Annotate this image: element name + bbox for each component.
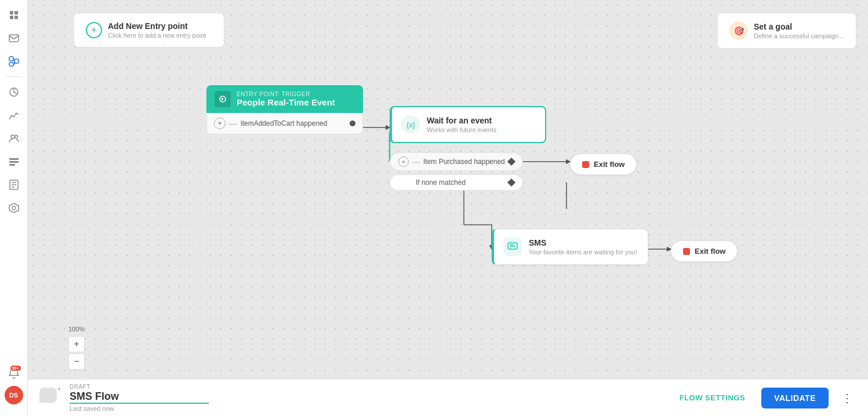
svg-rect-4 <box>9 35 19 42</box>
svg-point-9 <box>14 136 17 138</box>
logo-bubble <box>39 388 57 403</box>
sidebar-icon-integrations[interactable] <box>3 198 24 218</box>
svg-rect-5 <box>9 57 13 61</box>
exit-flow-dot-2 <box>683 248 690 255</box>
condition-text: itemAddedToCart happened <box>241 119 327 127</box>
svg-rect-3 <box>14 16 18 19</box>
wait-icon: {x} <box>401 115 420 134</box>
flow-settings-button[interactable]: FLOW SETTINGS <box>673 389 752 407</box>
sidebar-bottom: 99+ DS <box>5 367 23 411</box>
sidebar-icon-grid[interactable] <box>3 5 24 25</box>
trigger-header: ENTRY POINT: TRIGGER People Real-Time Ev… <box>206 85 363 113</box>
goal-subtitle: Define a successful campaign... <box>754 32 844 39</box>
event-cond-diamond-2 <box>507 178 515 187</box>
sidebar-divider <box>6 76 22 77</box>
svg-rect-7 <box>14 59 19 63</box>
wait-text: Wait for an event Works with future even… <box>427 116 496 133</box>
exit-flow-label-2: Exit flow <box>695 247 725 256</box>
logo-notification-dot: 99 <box>57 386 61 391</box>
entry-point-card[interactable]: + Add New Entry point Click here to add … <box>74 13 224 48</box>
svg-rect-0 <box>10 11 13 14</box>
exit-flow-node-1[interactable]: Exit flow <box>570 154 637 175</box>
wait-subtitle: Works with future events <box>427 126 496 133</box>
connector-lines <box>28 0 868 416</box>
condition-separator: — <box>229 119 237 128</box>
goal-icon: 🎯 <box>729 21 748 40</box>
svg-text:{x}: {x} <box>406 121 415 129</box>
flow-logo: 99 <box>39 388 60 408</box>
sidebar-icon-templates[interactable] <box>3 174 24 195</box>
event-cond-add-1[interactable]: + <box>398 156 409 167</box>
event-conditions: + — Item Purchased happened If none matc… <box>390 152 523 194</box>
notification-icon-wrap[interactable]: 99+ <box>9 367 19 381</box>
event-condition-row-1[interactable]: + — Item Purchased happened <box>390 152 523 171</box>
sms-node[interactable]: SMS Your favorite items are waiting for … <box>492 229 648 265</box>
flow-meta: DRAFT Last saved now <box>70 384 209 412</box>
trigger-node[interactable]: ENTRY POINT: TRIGGER People Real-Time Ev… <box>206 85 363 134</box>
bottom-bar: 99 DRAFT Last saved now FLOW SETTINGS VA… <box>28 379 868 416</box>
event-cond-text-2: If none matched <box>416 178 466 187</box>
svg-rect-6 <box>9 63 13 66</box>
svg-rect-11 <box>9 161 19 163</box>
trigger-text: ENTRY POINT: TRIGGER People Real-Time Ev… <box>237 91 335 107</box>
condition-dot <box>350 121 355 126</box>
flow-name-input[interactable] <box>70 391 209 404</box>
svg-point-8 <box>11 135 14 138</box>
event-cond-dash-1: — <box>412 158 420 166</box>
sidebar-icon-lists[interactable] <box>3 151 24 172</box>
user-avatar[interactable]: DS <box>5 386 23 404</box>
event-cond-text-1: Item Purchased happened <box>423 158 505 166</box>
sidebar-icon-contacts[interactable] <box>3 128 24 149</box>
goal-text: Set a goal Define a successful campaign.… <box>754 22 844 39</box>
svg-rect-2 <box>10 16 13 19</box>
condition-add-btn[interactable]: + <box>214 118 226 129</box>
entry-point-title: Add New Entry point <box>108 21 206 31</box>
trigger-label: ENTRY POINT: TRIGGER <box>237 91 335 97</box>
zoom-in-button[interactable]: + <box>68 336 85 352</box>
sidebar-icon-analytics[interactable] <box>3 105 24 126</box>
zoom-level: 100% <box>68 326 85 333</box>
sidebar-icon-flows[interactable] <box>3 51 24 72</box>
sms-icon <box>503 238 522 256</box>
draft-label: DRAFT <box>70 384 209 390</box>
exit-flow-node-2[interactable]: Exit flow <box>671 240 738 262</box>
sms-text: SMS Your favorite items are waiting for … <box>529 238 637 256</box>
event-condition-row-2[interactable]: If none matched <box>390 174 523 191</box>
svg-point-15 <box>12 206 16 210</box>
svg-rect-10 <box>9 158 19 160</box>
canvas-area: + Add New Entry point Click here to add … <box>28 0 868 416</box>
trigger-name: People Real-Time Event <box>237 97 335 107</box>
entry-point-subtitle: Click here to add a new entry point <box>108 32 206 39</box>
svg-rect-12 <box>9 164 15 166</box>
sidebar-icon-email[interactable] <box>3 28 24 49</box>
event-cond-diamond-1 <box>507 158 515 166</box>
trigger-condition: + — itemAddedToCart happened <box>206 113 363 134</box>
last-saved-label: Last saved now <box>70 405 209 412</box>
exit-flow-dot-1 <box>582 161 589 168</box>
entry-plus-icon: + <box>86 22 102 38</box>
sms-title: SMS <box>529 238 637 247</box>
sidebar: 99+ DS <box>0 0 28 416</box>
sms-subtitle: Your favorite items are waiting for you! <box>529 249 637 256</box>
zoom-controls: 100% + − <box>68 326 85 370</box>
svg-marker-14 <box>9 203 19 213</box>
entry-point-text: Add New Entry point Click here to add a … <box>108 21 206 39</box>
more-options-button[interactable]: ⋮ <box>838 389 856 407</box>
goal-title: Set a goal <box>754 22 844 31</box>
goal-card[interactable]: 🎯 Set a goal Define a successful campaig… <box>717 13 856 49</box>
exit-flow-label-1: Exit flow <box>594 160 624 169</box>
validate-button[interactable]: VALIDATE <box>761 388 829 408</box>
sidebar-icon-segments[interactable] <box>3 82 24 103</box>
zoom-out-button[interactable]: − <box>68 353 85 370</box>
wait-title: Wait for an event <box>427 116 496 125</box>
notification-badge: 99+ <box>10 365 21 371</box>
trigger-icon <box>215 91 231 107</box>
svg-rect-1 <box>14 11 18 14</box>
wait-event-node[interactable]: {x} Wait for an event Works with future … <box>390 106 546 143</box>
